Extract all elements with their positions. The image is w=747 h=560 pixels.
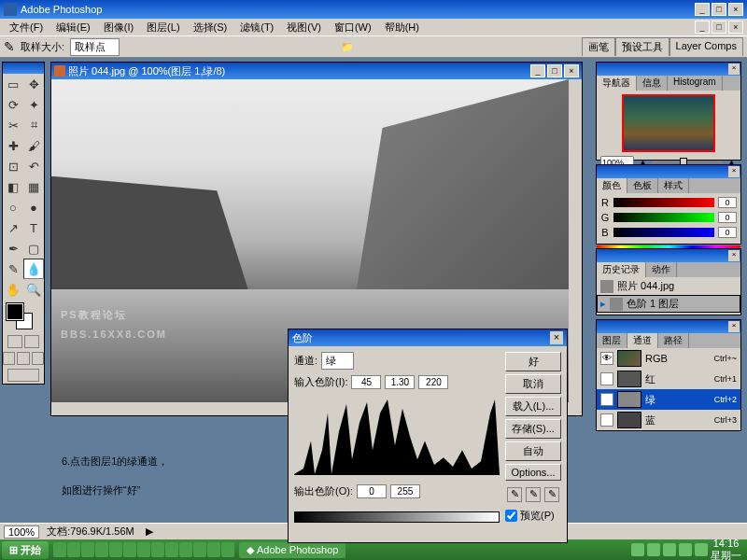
start-button[interactable]: ⊞开始 xyxy=(2,541,49,559)
tab-history[interactable]: 历史记录 xyxy=(597,262,646,277)
tab-channels[interactable]: 通道 xyxy=(627,333,658,348)
tray-icon[interactable] xyxy=(663,543,676,556)
channel-row[interactable]: 👁RGBCtrl+~ xyxy=(597,348,740,369)
marquee-tool[interactable]: ▭ xyxy=(3,74,23,94)
output-gradient[interactable] xyxy=(294,511,500,523)
cancel-button[interactable]: 取消 xyxy=(505,374,561,394)
color-slider[interactable] xyxy=(613,213,714,222)
tab-histogram[interactable]: Histogram xyxy=(668,76,723,91)
doc-x-button[interactable]: × xyxy=(564,64,579,77)
brush-tool[interactable]: 🖌 xyxy=(23,135,44,156)
ql-icon[interactable] xyxy=(193,542,206,557)
shape-tool[interactable]: ▢ xyxy=(23,238,44,259)
input-shadow-field[interactable] xyxy=(351,375,381,389)
menu-image[interactable]: 图像(I) xyxy=(98,20,139,35)
crop-tool[interactable]: ✂ xyxy=(3,115,23,135)
document-titlebar[interactable]: 照片 044.jpg @ 100%(图层 1,绿/8) _□× xyxy=(51,63,582,79)
ql-icon[interactable] xyxy=(165,542,178,557)
type-tool[interactable]: T xyxy=(23,217,44,238)
ql-icon[interactable] xyxy=(151,542,164,557)
tab-actions[interactable]: 动作 xyxy=(646,262,677,277)
input-highlight-field[interactable] xyxy=(418,375,448,389)
status-zoom[interactable]: 100% xyxy=(4,525,39,539)
move-tool[interactable]: ✥ xyxy=(23,74,44,94)
tab-swatches[interactable]: 色板 xyxy=(627,178,658,193)
blur-tool[interactable]: ○ xyxy=(3,197,23,217)
screen-mode-3-icon[interactable] xyxy=(32,352,44,365)
tab-brushes[interactable]: 画笔 xyxy=(582,37,615,56)
tab-info[interactable]: 信息 xyxy=(637,76,668,91)
color-swatch[interactable] xyxy=(3,300,44,333)
menu-edit[interactable]: 编辑(E) xyxy=(50,20,96,35)
white-point-eyedropper[interactable]: ✎ xyxy=(544,487,559,502)
menu-select[interactable]: 选择(S) xyxy=(188,20,233,35)
tab-color[interactable]: 颜色 xyxy=(597,178,627,193)
pen-tool[interactable]: ✒ xyxy=(3,238,23,259)
channel-row[interactable]: 蓝Ctrl+3 xyxy=(597,410,740,430)
color-value[interactable]: 0 xyxy=(718,227,737,238)
doc-close-button[interactable]: × xyxy=(728,21,743,34)
load-button[interactable]: 载入(L)... xyxy=(505,397,561,416)
preview-checkbox[interactable] xyxy=(505,510,517,522)
menu-view[interactable]: 视图(V) xyxy=(281,20,327,35)
color-close-button[interactable]: × xyxy=(728,166,740,177)
maximize-button[interactable]: □ xyxy=(712,3,726,16)
ql-icon[interactable] xyxy=(67,542,80,557)
slice-tool[interactable]: ⌗ xyxy=(23,115,44,135)
eraser-tool[interactable]: ◧ xyxy=(3,176,23,197)
color-value[interactable]: 0 xyxy=(718,197,737,208)
visibility-icon[interactable] xyxy=(600,413,613,427)
tray-icon[interactable] xyxy=(647,543,660,556)
zoom-tool[interactable]: 🔍 xyxy=(23,279,44,300)
tab-paths[interactable]: 路径 xyxy=(658,333,689,348)
jump-to-icon[interactable] xyxy=(7,369,39,382)
history-item[interactable]: 照片 044.jpg xyxy=(597,277,740,295)
close-button[interactable]: × xyxy=(728,3,743,16)
tab-styles[interactable]: 样式 xyxy=(658,178,689,193)
menu-filter[interactable]: 滤镜(T) xyxy=(234,20,279,35)
doc-restore-button[interactable]: □ xyxy=(712,21,726,34)
stamp-tool[interactable]: ⊡ xyxy=(3,156,23,176)
tray-icon[interactable] xyxy=(695,543,708,556)
standard-mode-icon[interactable] xyxy=(7,335,22,348)
ql-icon[interactable] xyxy=(81,542,94,557)
dodge-tool[interactable]: ● xyxy=(23,197,44,217)
history-item[interactable]: ▸色阶 1 图层 xyxy=(597,295,740,313)
tab-layer-comps[interactable]: Layer Comps xyxy=(669,37,743,56)
color-slider[interactable] xyxy=(613,198,714,207)
gray-point-eyedropper[interactable]: ✎ xyxy=(526,487,541,502)
tab-tool-presets[interactable]: 预设工具 xyxy=(615,37,669,56)
menu-window[interactable]: 窗口(W) xyxy=(329,20,377,35)
ok-button[interactable]: 好 xyxy=(505,352,561,371)
levels-close-button[interactable]: × xyxy=(550,331,563,344)
tray-icon[interactable] xyxy=(631,543,644,556)
eyedropper-tool[interactable]: 💧 xyxy=(23,259,44,279)
sample-size-dropdown[interactable]: 取样点 xyxy=(70,38,120,56)
quickmask-mode-icon[interactable] xyxy=(24,335,39,348)
ql-icon[interactable] xyxy=(123,542,136,557)
menu-help[interactable]: 帮助(H) xyxy=(379,20,425,35)
tab-navigator[interactable]: 导航器 xyxy=(597,76,637,91)
tray-icon[interactable] xyxy=(679,543,692,556)
auto-button[interactable]: 自动 xyxy=(505,441,561,461)
visibility-icon[interactable]: 👁 xyxy=(600,352,613,365)
heal-tool[interactable]: ✚ xyxy=(3,135,23,156)
color-value[interactable]: 0 xyxy=(718,212,737,223)
options-button[interactable]: Options... xyxy=(505,464,561,481)
save-button[interactable]: 存储(S)... xyxy=(505,419,561,439)
ql-icon[interactable] xyxy=(221,542,234,557)
navigator-thumbnail[interactable] xyxy=(622,94,715,152)
visibility-icon[interactable]: 👁 xyxy=(600,393,613,406)
tab-layers[interactable]: 图层 xyxy=(597,333,627,348)
input-gamma-field[interactable] xyxy=(385,375,415,389)
minimize-button[interactable]: _ xyxy=(695,3,710,16)
taskbar-app-button[interactable]: ◆Adobe Photoshop xyxy=(239,542,345,558)
ql-icon[interactable] xyxy=(207,542,220,557)
black-point-eyedropper[interactable]: ✎ xyxy=(507,487,522,502)
wand-tool[interactable]: ✦ xyxy=(23,94,44,115)
doc-max-button[interactable]: □ xyxy=(547,64,562,77)
visibility-icon[interactable] xyxy=(600,372,613,385)
channel-dropdown[interactable]: 绿 xyxy=(321,352,354,370)
channels-close-button[interactable]: × xyxy=(728,321,740,332)
levels-titlebar[interactable]: 色阶 × xyxy=(289,329,567,346)
